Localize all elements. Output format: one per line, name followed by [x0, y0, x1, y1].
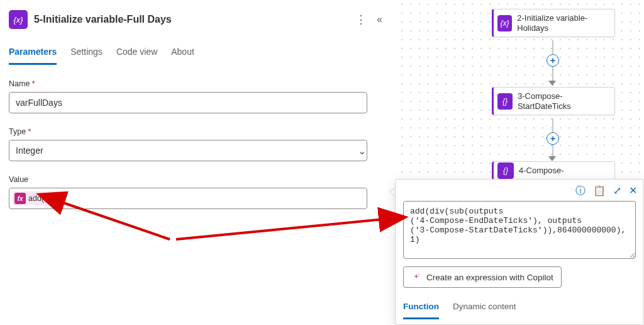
flyout-tab-function[interactable]: Function	[403, 298, 439, 319]
expression-editor-flyout: ⓘ 📋 ⤢ ✕ add(div(sub(outputs ('4-Compose-…	[395, 179, 644, 325]
panel-header: {x} 5-Initialize variable-Full Days ⋮ «	[9, 10, 382, 29]
token-remove-icon[interactable]: ×	[57, 194, 62, 203]
add-step-button[interactable]: +	[547, 132, 559, 145]
expression-textarea[interactable]: add(div(sub(outputs ('4-Compose-EndDateT…	[403, 201, 636, 259]
name-label: Name	[9, 79, 382, 88]
compose-icon: {}	[497, 162, 514, 179]
tab-code-view[interactable]: Code view	[116, 43, 157, 65]
arrow-down-icon	[548, 81, 556, 86]
copilot-button-label: Create an expression with Copilot	[426, 273, 553, 282]
initialize-variable-icon: {x}	[9, 10, 28, 29]
more-menu-icon[interactable]: ⋮	[355, 14, 367, 25]
config-tabs: Parameters Settings Code view About	[9, 43, 382, 66]
node-label: 4-Compose-	[519, 166, 564, 176]
flow-node-init-holidays[interactable]: {x} 2-Initialize variable-Holidays	[492, 9, 615, 37]
flyout-tabs: Function Dynamic content	[403, 298, 636, 319]
fx-icon: fx	[14, 193, 26, 204]
panel-title: 5-Initialize variable-Full Days	[34, 14, 349, 25]
node-label: 2-Initialize variable-Holidays	[517, 13, 608, 33]
info-icon[interactable]: ⓘ	[575, 185, 586, 198]
value-label: Value	[9, 175, 382, 184]
clipboard-icon[interactable]: 📋	[593, 185, 606, 198]
tab-settings[interactable]: Settings	[70, 43, 103, 65]
add-step-button[interactable]: +	[547, 54, 559, 67]
tab-about[interactable]: About	[171, 43, 194, 65]
type-label: Type	[9, 127, 382, 136]
flow-node-compose-end[interactable]: {} 4-Compose-	[492, 161, 615, 180]
tab-parameters[interactable]: Parameters	[9, 43, 57, 65]
expression-token[interactable]: fx add(...) ×	[13, 191, 65, 205]
token-text: add(...)	[28, 194, 53, 203]
flow-canvas[interactable]: {x} 2-Initialize variable-Holidays + {} …	[397, 0, 644, 180]
flyout-tab-dynamic-content[interactable]: Dynamic content	[453, 298, 516, 319]
compose-icon: {}	[497, 93, 513, 110]
initialize-variable-icon: {x}	[497, 15, 512, 31]
action-config-panel: {x} 5-Initialize variable-Full Days ⋮ « …	[0, 0, 390, 325]
type-select[interactable]: Integer	[9, 140, 367, 161]
close-icon[interactable]: ✕	[629, 185, 637, 198]
name-input[interactable]	[9, 92, 367, 113]
node-label: 3-Compose-StartDateTicks	[518, 91, 608, 111]
value-input[interactable]: fx add(...) ×	[9, 188, 367, 209]
copilot-spark-icon	[411, 272, 421, 282]
expand-icon[interactable]: ⤢	[613, 185, 621, 198]
collapse-panel-icon[interactable]: «	[377, 14, 382, 25]
flow-node-compose-start[interactable]: {} 3-Compose-StartDateTicks	[492, 87, 615, 115]
copilot-expression-button[interactable]: Create an expression with Copilot	[403, 266, 562, 288]
arrow-down-icon	[548, 156, 556, 161]
